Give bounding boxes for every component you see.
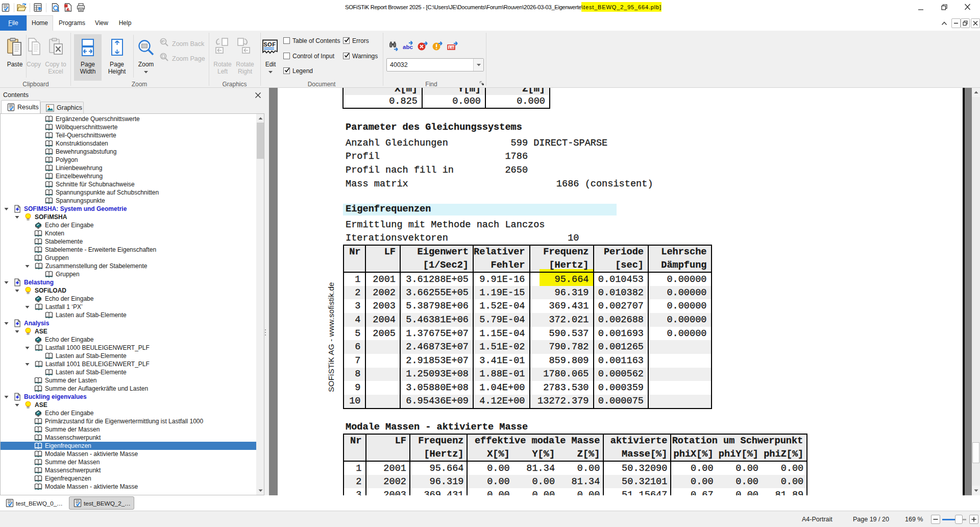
svg-text:abc: abc (403, 44, 413, 50)
svg-text:1.03: 1.03 (449, 46, 455, 50)
svg-text:SOF: SOF (263, 41, 276, 47)
